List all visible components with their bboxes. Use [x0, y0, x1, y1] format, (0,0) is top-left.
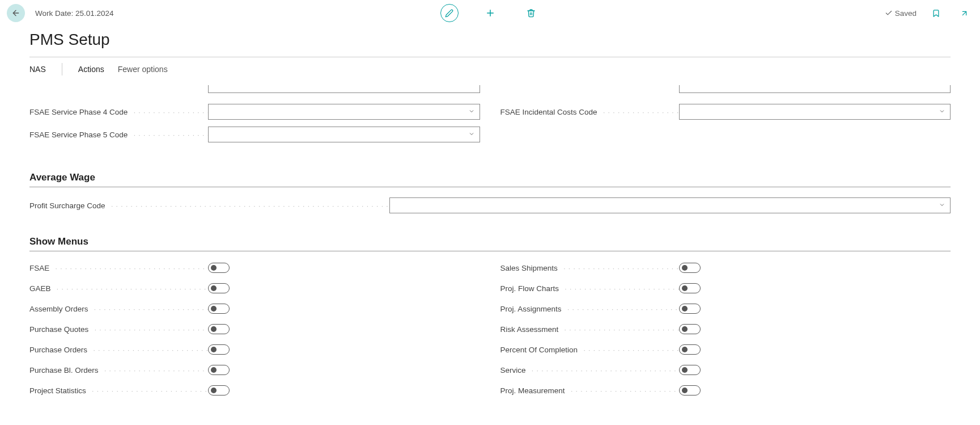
- saved-label: Saved: [895, 9, 917, 18]
- toggle-label: Purchase Orders: [29, 346, 208, 354]
- profit-surcharge-row: Profit Surcharge Code: [29, 197, 951, 213]
- toggle-label: Assembly Orders: [29, 305, 208, 313]
- toggle-label: FSAE: [29, 264, 208, 272]
- toggle-row: FSAE: [29, 262, 480, 274]
- toggle-switch[interactable]: [679, 263, 701, 273]
- toggle-row: Purchase Orders: [29, 343, 480, 356]
- popout-button[interactable]: [955, 4, 973, 22]
- toggle-label: GAEB: [29, 284, 208, 293]
- toggle-switch[interactable]: [679, 344, 701, 355]
- toggle-label: Purchase Quotes: [29, 325, 208, 334]
- toggle-knob: [682, 285, 688, 291]
- toggle-knob: [682, 306, 688, 312]
- section-underline-menus: [29, 251, 951, 251]
- profit-surcharge-label: Profit Surcharge Code: [29, 201, 389, 210]
- toggle-knob: [682, 265, 688, 271]
- pencil-icon: [445, 9, 453, 18]
- cutoff-row-right: .: [500, 81, 951, 97]
- toggle-switch[interactable]: [679, 324, 701, 334]
- chevron-down-icon: [468, 131, 475, 137]
- content-area: . FSAE Service Phase 4 Code FSAE Service…: [0, 81, 980, 422]
- bookmark-icon: [932, 9, 940, 18]
- section-underline-avg: [29, 187, 951, 187]
- cutoff-row-left: .: [29, 81, 480, 97]
- menu-fewer-options[interactable]: Fewer options: [118, 65, 168, 74]
- fsae-incidental-combo[interactable]: [679, 104, 951, 120]
- toggle-label: Proj. Flow Charts: [500, 284, 679, 293]
- page-title: PMS Setup: [0, 26, 980, 57]
- top-right-actions: Saved: [885, 4, 973, 22]
- chevron-down-icon: [468, 108, 475, 115]
- work-date-label: Work Date: 25.01.2024: [35, 9, 114, 18]
- trash-icon: [527, 9, 536, 18]
- top-bar: Work Date: 25.01.2024 Saved: [0, 0, 980, 26]
- menu-actions[interactable]: Actions: [78, 65, 104, 74]
- toggle-knob: [211, 347, 217, 352]
- fsae-phase4-combo[interactable]: [208, 104, 480, 120]
- toggle-switch[interactable]: [679, 365, 701, 375]
- toggle-row: Service: [500, 364, 951, 376]
- toggle-switch[interactable]: [208, 263, 230, 273]
- fsae-phase4-row: FSAE Service Phase 4 Code: [29, 104, 480, 120]
- toggle-knob: [211, 306, 217, 312]
- toggle-switch[interactable]: [208, 304, 230, 314]
- toggle-row: Percent Of Completion: [500, 343, 951, 356]
- section-show-menus: Show Menus: [29, 236, 951, 247]
- toggle-knob: [682, 347, 688, 352]
- toggle-knob: [211, 367, 217, 373]
- toggle-row: GAEB: [29, 282, 480, 294]
- toggle-knob: [211, 326, 217, 332]
- toggle-knob: [682, 367, 688, 373]
- toggle-switch[interactable]: [208, 344, 230, 355]
- toggle-label: Percent Of Completion: [500, 346, 679, 354]
- toggle-switch[interactable]: [208, 283, 230, 293]
- toggle-row: Purchase Bl. Orders: [29, 364, 480, 376]
- menu-nas[interactable]: NAS: [29, 65, 46, 74]
- toggle-label: Service: [500, 366, 679, 374]
- section-average-wage: Average Wage: [29, 172, 951, 183]
- cutoff-combo-left[interactable]: [208, 85, 480, 93]
- check-icon: [885, 9, 893, 17]
- fsae-incidental-label: FSAE Incidental Costs Code: [500, 108, 679, 116]
- plus-icon: [485, 8, 495, 18]
- toggle-label: Sales Shipments: [500, 264, 679, 272]
- top-center-actions: [440, 4, 540, 22]
- fsae-codes-grid: . FSAE Service Phase 4 Code FSAE Service…: [29, 81, 951, 149]
- toggle-knob: [682, 388, 688, 393]
- toggle-label: Risk Assessment: [500, 325, 679, 334]
- saved-indicator: Saved: [885, 9, 917, 18]
- toggle-switch[interactable]: [208, 324, 230, 334]
- delete-button[interactable]: [522, 4, 540, 22]
- toggle-knob: [211, 388, 217, 393]
- toggle-row: Proj. Flow Charts: [500, 282, 951, 294]
- fsae-phase5-row: FSAE Service Phase 5 Code: [29, 127, 480, 142]
- toggle-knob: [211, 265, 217, 271]
- toggle-switch[interactable]: [679, 385, 701, 395]
- cutoff-combo-right[interactable]: [679, 85, 951, 93]
- toggle-knob: [682, 326, 688, 332]
- fsae-phase4-label: FSAE Service Phase 4 Code: [29, 108, 208, 116]
- toggle-switch[interactable]: [679, 283, 701, 293]
- edit-button[interactable]: [440, 4, 459, 22]
- toggle-switch[interactable]: [208, 365, 230, 375]
- new-button[interactable]: [481, 4, 499, 22]
- bookmark-button[interactable]: [927, 4, 945, 22]
- toggle-label: Proj. Assignments: [500, 305, 679, 313]
- toggle-knob: [211, 285, 217, 291]
- toggle-row: Proj. Measurement: [500, 384, 951, 397]
- action-separator: [62, 63, 62, 75]
- toggle-switch[interactable]: [208, 385, 230, 395]
- show-menus-grid: FSAEGAEBAssembly OrdersPurchase QuotesPu…: [29, 262, 951, 405]
- toggle-row: Purchase Quotes: [29, 323, 480, 335]
- toggle-switch[interactable]: [679, 304, 701, 314]
- toggle-row: Project Statistics: [29, 384, 480, 397]
- toggle-label: Proj. Measurement: [500, 386, 679, 395]
- popout-icon: [960, 9, 969, 18]
- fsae-phase5-combo[interactable]: [208, 127, 480, 142]
- action-bar: NAS Actions Fewer options: [0, 57, 980, 81]
- chevron-down-icon: [939, 201, 945, 208]
- toggle-row: Risk Assessment: [500, 323, 951, 335]
- chevron-down-icon: [939, 108, 945, 115]
- back-button[interactable]: [7, 4, 25, 22]
- profit-surcharge-combo[interactable]: [389, 197, 951, 213]
